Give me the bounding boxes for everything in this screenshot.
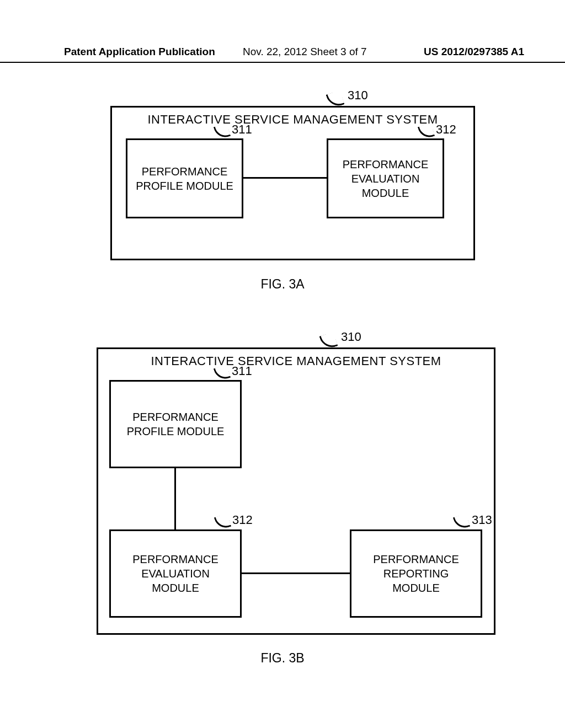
- header-left: Patent Application Publication: [64, 46, 215, 58]
- ref-313: 313: [472, 513, 492, 527]
- fig3a-caption: FIG. 3A: [0, 277, 565, 292]
- fig3a-performance-profile-module: PERFORMANCEPROFILE MODULE: [126, 138, 243, 218]
- ref-311-a: 311: [232, 122, 252, 137]
- header-mid: Nov. 22, 2012 Sheet 3 of 7: [243, 46, 367, 58]
- ref-310-a: 310: [348, 88, 368, 103]
- fig3b-connector-vertical: [174, 468, 176, 529]
- ref-312-a: 312: [436, 122, 456, 137]
- fig3a-system-title: INTERACTIVE SERVICE MANAGEMENT SYSTEM: [112, 113, 473, 127]
- fig3a-performance-evaluation-module: PERFORMANCEEVALUATIONMODULE: [327, 138, 444, 218]
- fig3b-performance-evaluation-module: PERFORMANCEEVALUATIONMODULE: [109, 529, 242, 618]
- fig3b-caption: FIG. 3B: [0, 651, 565, 666]
- fig3b-system-title: INTERACTIVE SERVICE MANAGEMENT SYSTEM: [98, 354, 494, 368]
- fig3b-performance-reporting-module: PERFORMANCEREPORTINGMODULE: [350, 529, 482, 618]
- ref-312-b: 312: [232, 513, 253, 527]
- page-header: Patent Application Publication Nov. 22, …: [0, 44, 565, 63]
- fig3a-connector: [243, 177, 327, 179]
- fig3b-performance-profile-module: PERFORMANCEPROFILE MODULE: [109, 380, 242, 468]
- page: Patent Application Publication Nov. 22, …: [0, 0, 565, 728]
- header-right: US 2012/0297385 A1: [424, 46, 524, 58]
- ref-310-b: 310: [341, 330, 361, 344]
- ref-311-b: 311: [232, 364, 252, 378]
- fig3b-connector-horizontal: [242, 572, 350, 574]
